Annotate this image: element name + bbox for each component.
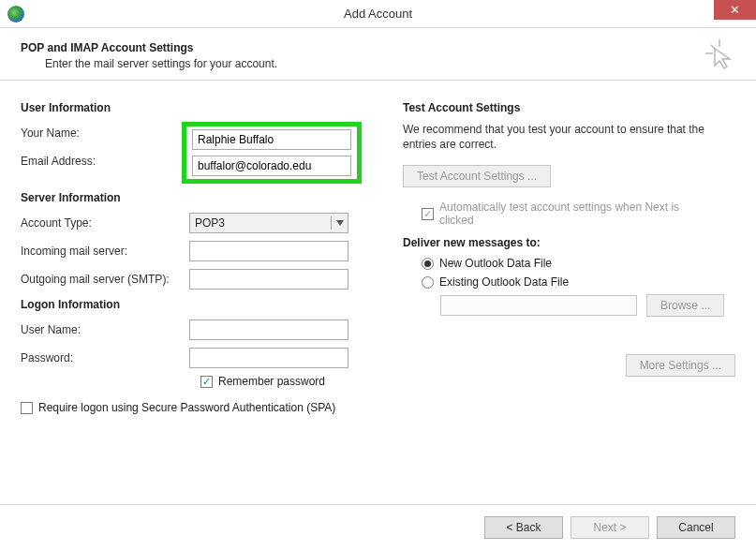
footer: < Back Next > Cancel xyxy=(0,504,756,550)
remember-password-label: Remember password xyxy=(218,375,325,388)
highlighted-user-fields xyxy=(182,122,362,184)
chevron-down-icon xyxy=(331,216,344,230)
account-type-label: Account Type: xyxy=(21,216,189,230)
window-title: Add Account xyxy=(0,7,756,21)
radio-existing-label: Existing Outlook Data File xyxy=(439,275,569,289)
close-button[interactable]: ✕ xyxy=(714,0,756,20)
your-name-input[interactable] xyxy=(192,129,351,150)
remember-password-checkbox[interactable]: ✓ xyxy=(200,376,213,388)
section-logon-information: Logon Information xyxy=(21,298,377,311)
header-subtitle: Enter the mail server settings for your … xyxy=(45,57,735,70)
test-account-button[interactable]: Test Account Settings ... xyxy=(403,165,551,187)
email-input[interactable] xyxy=(192,156,351,176)
password-label: Password: xyxy=(21,351,189,364)
app-icon xyxy=(7,6,24,22)
incoming-input[interactable] xyxy=(189,241,348,261)
existing-file-path-input xyxy=(440,295,637,316)
content-area: User Information Your Name: Email Addres… xyxy=(0,81,756,429)
more-settings-button[interactable]: More Settings ... xyxy=(626,354,735,377)
left-column: User Information Your Name: Email Addres… xyxy=(21,97,377,420)
spa-label: Require logon using Secure Password Auth… xyxy=(38,401,335,414)
header-title: POP and IMAP Account Settings xyxy=(21,41,735,54)
email-label: Email Address: xyxy=(21,155,189,168)
outgoing-label: Outgoing mail server (SMTP): xyxy=(21,273,189,286)
your-name-label: Your Name: xyxy=(21,126,189,140)
auto-test-label: Automatically test account settings when… xyxy=(439,201,702,227)
auto-test-checkbox[interactable]: ✓ xyxy=(422,208,434,220)
account-type-value: POP3 xyxy=(195,216,225,230)
spa-checkbox[interactable] xyxy=(21,402,33,414)
cursor-icon xyxy=(704,37,735,72)
section-deliver: Deliver new messages to: xyxy=(403,236,735,249)
section-test-account: Test Account Settings xyxy=(403,101,735,114)
right-column: Test Account Settings We recommend that … xyxy=(403,97,735,420)
account-type-select[interactable]: POP3 xyxy=(189,213,348,233)
radio-existing-data-file[interactable] xyxy=(422,276,434,289)
header-band: POP and IMAP Account Settings Enter the … xyxy=(0,28,756,81)
section-server-information: Server Information xyxy=(21,191,377,204)
password-input[interactable] xyxy=(189,348,348,368)
back-button[interactable]: < Back xyxy=(484,516,563,539)
section-user-information: User Information xyxy=(21,101,377,114)
cancel-button[interactable]: Cancel xyxy=(657,516,735,539)
test-description: We recommend that you test your account … xyxy=(403,122,735,152)
incoming-label: Incoming mail server: xyxy=(21,245,189,258)
close-icon: ✕ xyxy=(730,3,740,17)
titlebar: Add Account ✕ xyxy=(0,0,756,28)
outgoing-input[interactable] xyxy=(189,269,348,290)
username-input[interactable] xyxy=(189,320,348,340)
radio-new-label: New Outlook Data File xyxy=(439,257,552,270)
next-button[interactable]: Next > xyxy=(571,516,649,539)
username-label: User Name: xyxy=(21,323,189,336)
browse-button[interactable]: Browse ... xyxy=(646,294,724,317)
radio-new-data-file[interactable] xyxy=(422,258,434,270)
